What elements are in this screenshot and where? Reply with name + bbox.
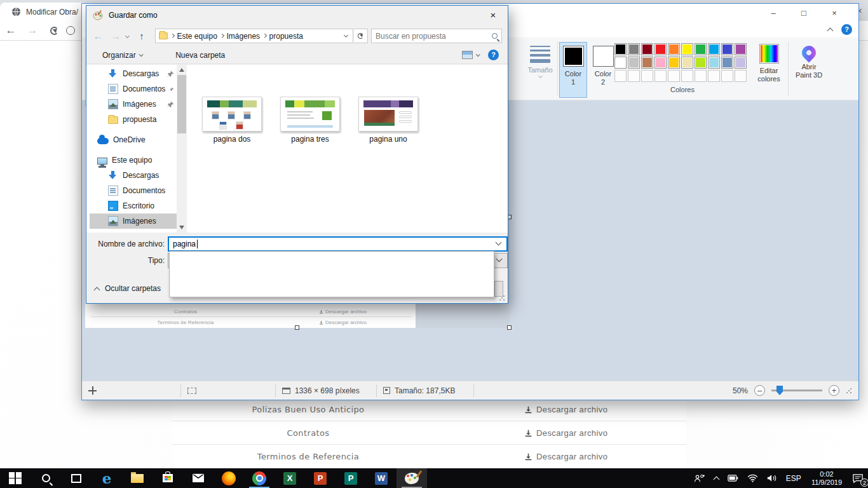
palette-swatch-empty[interactable] — [668, 70, 680, 82]
filename-autocomplete-dropdown[interactable] — [169, 251, 494, 297]
browser-forward-icon[interactable]: → — [22, 24, 43, 37]
open-paint3d-button[interactable]: AbrirPaint 3D — [792, 44, 826, 79]
scroll-up-icon[interactable] — [179, 68, 184, 72]
nav-up-icon[interactable]: ↑ — [133, 30, 151, 41]
taskbar-edge[interactable]: e — [92, 468, 122, 488]
filename-input[interactable]: pagina — [168, 236, 508, 252]
nav-back-icon[interactable]: ← — [89, 30, 107, 41]
download-link[interactable]: Descargar archivo — [524, 452, 607, 461]
hide-folders-button[interactable]: Ocultar carpetas — [95, 284, 161, 293]
palette-swatch-empty[interactable] — [614, 70, 627, 82]
change-view-button[interactable] — [462, 51, 480, 59]
palette-swatch[interactable] — [628, 57, 640, 69]
address-bar[interactable]: Este equipo Imágenes propuesta — [155, 29, 353, 43]
start-button[interactable] — [0, 468, 31, 488]
taskbar-powerpoint[interactable]: P — [305, 468, 336, 488]
sidebar-item-este-equipo[interactable]: Este equipo — [90, 152, 177, 168]
taskbar-chrome[interactable] — [244, 468, 275, 488]
taskbar-search-button[interactable] — [31, 468, 61, 488]
maximize-button[interactable]: □ — [789, 4, 819, 23]
sidebar-scrollbar[interactable] — [177, 65, 187, 233]
refresh-button[interactable] — [354, 29, 368, 43]
palette-swatch[interactable] — [641, 43, 653, 55]
sidebar-item-onedrive[interactable]: OneDrive — [90, 132, 177, 147]
palette-swatch[interactable] — [735, 43, 747, 55]
palette-swatch-empty[interactable] — [695, 70, 707, 82]
sidebar-item-documentos-quick[interactable]: Documentos — [90, 81, 177, 97]
taskbar-publisher[interactable]: P — [336, 468, 366, 488]
palette-swatch-empty[interactable] — [708, 70, 720, 82]
breadcrumb-parent[interactable]: Imágenes — [226, 32, 260, 41]
browser-refresh-icon[interactable] — [50, 27, 58, 35]
palette-swatch[interactable] — [681, 43, 693, 55]
palette-swatch[interactable] — [614, 43, 627, 55]
edit-colors-button[interactable]: Editarcolores — [753, 44, 785, 83]
scroll-down-icon[interactable] — [179, 226, 184, 229]
palette-swatch-empty[interactable] — [641, 70, 653, 82]
dialog-resize-grip[interactable] — [499, 295, 505, 301]
action-center-button[interactable]: 2 — [848, 468, 868, 488]
dialog-close-button[interactable]: × — [480, 6, 506, 24]
palette-swatch[interactable] — [708, 43, 720, 55]
palette-swatch-empty[interactable] — [735, 70, 747, 82]
palette-swatch[interactable] — [721, 57, 733, 69]
filetype-dropdown-icon[interactable] — [496, 255, 503, 262]
palette-swatch[interactable] — [654, 57, 667, 69]
minimize-button[interactable]: – — [758, 4, 789, 23]
taskbar-store[interactable] — [153, 468, 183, 488]
palette-swatch[interactable] — [628, 43, 640, 55]
tray-expand-button[interactable] — [710, 468, 723, 488]
address-dropdown-icon[interactable] — [344, 32, 348, 37]
sidebar-item-propuesta[interactable]: propuesta — [90, 112, 177, 127]
collapse-ribbon-icon[interactable] — [827, 28, 834, 34]
palette-swatch[interactable] — [695, 57, 707, 69]
sidebar-item-descargas-quick[interactable]: Descargas — [90, 66, 177, 81]
taskbar-firefox[interactable] — [214, 468, 244, 488]
sidebar-item-imagenes[interactable]: Imágenes — [90, 214, 177, 229]
scrollbar-thumb[interactable] — [177, 75, 186, 133]
palette-swatch-empty[interactable] — [681, 70, 693, 82]
palette-swatch[interactable] — [654, 43, 667, 55]
taskbar-excel[interactable]: X — [275, 468, 305, 488]
wifi-indicator[interactable] — [743, 468, 763, 488]
breadcrumb-root[interactable]: Este equipo — [177, 32, 217, 41]
size-button[interactable]: Tamaño — [526, 44, 555, 79]
nav-forward-icon[interactable]: → — [107, 30, 125, 41]
color2-button[interactable]: Color2 — [589, 42, 617, 98]
taskbar-mail[interactable] — [183, 468, 214, 488]
palette-swatch[interactable] — [641, 57, 653, 69]
palette-swatch-empty[interactable] — [721, 70, 733, 82]
filename-dropdown-icon[interactable] — [496, 239, 502, 245]
zoom-in-button[interactable]: + — [829, 385, 839, 396]
clock[interactable]: 0:02 11/9/2019 — [806, 470, 848, 487]
color1-button[interactable]: Color1 — [559, 42, 587, 98]
sidebar-item-documentos[interactable]: Documentos — [90, 183, 177, 198]
zoom-slider-thumb[interactable] — [776, 386, 783, 395]
palette-swatch[interactable] — [708, 57, 720, 69]
palette-swatch[interactable] — [614, 57, 627, 69]
browser-back-icon[interactable]: ← — [0, 24, 22, 37]
organize-button[interactable]: Organizar — [102, 51, 142, 60]
window-resize-grip[interactable] — [846, 388, 852, 394]
download-link[interactable]: Descargar archivo — [524, 405, 607, 414]
chrome-tab[interactable]: Modificar Obra/ — [0, 3, 86, 21]
zoom-slider[interactable] — [771, 390, 822, 391]
canvas-resize-handle-corner[interactable] — [507, 325, 512, 330]
palette-swatch[interactable] — [681, 57, 693, 69]
dialog-help-icon[interactable]: ? — [488, 50, 499, 60]
battery-indicator[interactable] — [723, 468, 743, 488]
people-button[interactable] — [689, 468, 710, 488]
nav-history-icon[interactable] — [125, 33, 130, 37]
taskbar-paint[interactable] — [397, 468, 427, 488]
palette-swatch[interactable] — [668, 43, 680, 55]
file-item-pagina-dos[interactable]: pagina dos — [197, 97, 267, 144]
sidebar-item-imagenes-quick[interactable]: Imágenes — [90, 97, 177, 112]
palette-swatch[interactable] — [695, 43, 707, 55]
file-item-pagina-uno[interactable]: pagina uno — [353, 97, 423, 144]
sidebar-item-descargas[interactable]: Descargas — [90, 168, 177, 183]
site-info-icon[interactable] — [66, 26, 75, 35]
help-icon[interactable]: ? — [841, 24, 852, 35]
palette-swatch-empty[interactable] — [628, 70, 640, 82]
search-input[interactable]: Buscar en propuesta — [371, 29, 502, 43]
palette-swatch[interactable] — [668, 57, 680, 69]
